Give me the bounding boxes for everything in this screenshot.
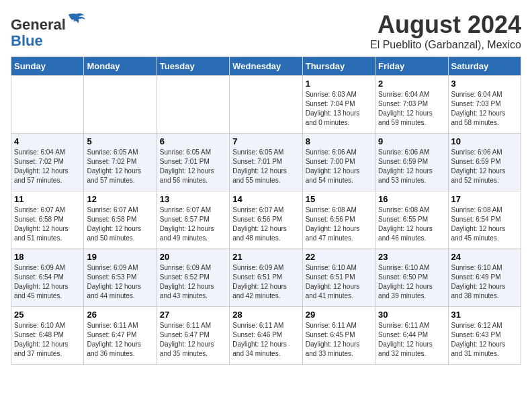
day-info: Sunrise: 6:10 AM Sunset: 6:48 PM Dayligh…: [14, 321, 81, 359]
day-header-thursday: Thursday: [302, 57, 375, 76]
day-number: 11: [14, 194, 81, 204]
day-info: Sunrise: 6:09 AM Sunset: 6:51 PM Dayligh…: [232, 263, 299, 301]
week-row-4: 18Sunrise: 6:09 AM Sunset: 6:54 PM Dayli…: [11, 249, 521, 307]
day-info: Sunrise: 6:06 AM Sunset: 7:00 PM Dayligh…: [306, 148, 372, 185]
day-header-tuesday: Tuesday: [157, 57, 229, 76]
day-info: Sunrise: 6:07 AM Sunset: 6:58 PM Dayligh…: [87, 205, 153, 243]
day-number: 28: [232, 310, 299, 320]
day-info: Sunrise: 6:11 AM Sunset: 6:46 PM Dayligh…: [232, 321, 299, 359]
day-cell: 28Sunrise: 6:11 AM Sunset: 6:46 PM Dayli…: [230, 307, 302, 365]
day-cell: 3Sunrise: 6:04 AM Sunset: 7:03 PM Daylig…: [448, 76, 521, 134]
day-cell: [11, 76, 84, 134]
day-cell: 2Sunrise: 6:04 AM Sunset: 7:03 PM Daylig…: [375, 76, 448, 134]
days-header-row: SundayMondayTuesdayWednesdayThursdayFrid…: [11, 57, 521, 76]
page-header: General Blue August 2024 El Pueblito (Ga…: [11, 11, 521, 51]
day-info: Sunrise: 6:08 AM Sunset: 6:56 PM Dayligh…: [306, 205, 372, 243]
day-number: 26: [87, 310, 153, 320]
day-header-sunday: Sunday: [11, 57, 84, 76]
day-number: 7: [232, 136, 299, 146]
day-cell: [157, 76, 229, 134]
day-number: 24: [451, 252, 518, 262]
day-number: 14: [232, 194, 299, 204]
day-number: 18: [14, 252, 81, 262]
day-info: Sunrise: 6:11 AM Sunset: 6:47 PM Dayligh…: [87, 321, 153, 359]
day-info: Sunrise: 6:07 AM Sunset: 6:57 PM Dayligh…: [160, 205, 226, 243]
logo-general: General: [11, 16, 66, 33]
logo-blue: Blue: [11, 32, 43, 49]
day-cell: 27Sunrise: 6:11 AM Sunset: 6:47 PM Dayli…: [157, 307, 229, 365]
day-info: Sunrise: 6:10 AM Sunset: 6:49 PM Dayligh…: [451, 263, 518, 301]
day-cell: 22Sunrise: 6:10 AM Sunset: 6:51 PM Dayli…: [302, 249, 375, 307]
day-info: Sunrise: 6:05 AM Sunset: 7:01 PM Dayligh…: [160, 148, 226, 185]
day-number: 6: [160, 136, 226, 146]
day-info: Sunrise: 6:07 AM Sunset: 6:56 PM Dayligh…: [232, 205, 299, 243]
day-cell: 17Sunrise: 6:08 AM Sunset: 6:54 PM Dayli…: [448, 191, 521, 249]
day-cell: 21Sunrise: 6:09 AM Sunset: 6:51 PM Dayli…: [230, 249, 302, 307]
day-number: 25: [14, 310, 81, 320]
day-cell: 1Sunrise: 6:03 AM Sunset: 7:04 PM Daylig…: [302, 76, 375, 134]
day-number: 2: [378, 79, 445, 89]
day-number: 10: [451, 136, 518, 146]
day-cell: 11Sunrise: 6:07 AM Sunset: 6:58 PM Dayli…: [11, 191, 84, 249]
day-number: 4: [14, 136, 81, 146]
day-number: 22: [306, 252, 372, 262]
week-row-5: 25Sunrise: 6:10 AM Sunset: 6:48 PM Dayli…: [11, 307, 521, 365]
day-info: Sunrise: 6:08 AM Sunset: 6:55 PM Dayligh…: [378, 205, 445, 243]
day-number: 19: [87, 252, 153, 262]
day-cell: 10Sunrise: 6:06 AM Sunset: 6:59 PM Dayli…: [448, 134, 521, 191]
day-cell: [84, 76, 157, 134]
day-number: 30: [378, 310, 445, 320]
day-cell: 6Sunrise: 6:05 AM Sunset: 7:01 PM Daylig…: [157, 134, 229, 191]
day-info: Sunrise: 6:10 AM Sunset: 6:50 PM Dayligh…: [378, 263, 445, 301]
logo: General Blue: [11, 11, 86, 49]
day-number: 21: [232, 252, 299, 262]
day-number: 9: [378, 136, 445, 146]
week-row-2: 4Sunrise: 6:04 AM Sunset: 7:02 PM Daylig…: [11, 134, 521, 191]
day-number: 5: [87, 136, 153, 146]
day-number: 31: [451, 310, 518, 320]
day-info: Sunrise: 6:09 AM Sunset: 6:53 PM Dayligh…: [87, 263, 153, 301]
day-cell: 16Sunrise: 6:08 AM Sunset: 6:55 PM Dayli…: [375, 191, 448, 249]
day-cell: 24Sunrise: 6:10 AM Sunset: 6:49 PM Dayli…: [448, 249, 521, 307]
day-cell: 7Sunrise: 6:05 AM Sunset: 7:01 PM Daylig…: [230, 134, 302, 191]
day-info: Sunrise: 6:06 AM Sunset: 6:59 PM Dayligh…: [451, 148, 518, 185]
day-cell: 9Sunrise: 6:06 AM Sunset: 6:59 PM Daylig…: [375, 134, 448, 191]
day-number: 17: [451, 194, 518, 204]
day-number: 29: [306, 310, 372, 320]
day-info: Sunrise: 6:05 AM Sunset: 7:01 PM Dayligh…: [232, 148, 299, 185]
day-cell: 18Sunrise: 6:09 AM Sunset: 6:54 PM Dayli…: [11, 249, 84, 307]
day-cell: 19Sunrise: 6:09 AM Sunset: 6:53 PM Dayli…: [84, 249, 157, 307]
day-header-monday: Monday: [84, 57, 157, 76]
day-number: 27: [160, 310, 226, 320]
title-block: August 2024 El Pueblito (Garbanzal), Mex…: [370, 11, 521, 51]
day-info: Sunrise: 6:06 AM Sunset: 6:59 PM Dayligh…: [378, 148, 445, 185]
day-info: Sunrise: 6:03 AM Sunset: 7:04 PM Dayligh…: [306, 90, 372, 128]
day-number: 15: [306, 194, 372, 204]
day-cell: 15Sunrise: 6:08 AM Sunset: 6:56 PM Dayli…: [302, 191, 375, 249]
day-info: Sunrise: 6:11 AM Sunset: 6:45 PM Dayligh…: [306, 321, 372, 359]
day-number: 12: [87, 194, 153, 204]
day-info: Sunrise: 6:04 AM Sunset: 7:03 PM Dayligh…: [378, 90, 445, 128]
day-number: 23: [378, 252, 445, 262]
week-row-1: 1Sunrise: 6:03 AM Sunset: 7:04 PM Daylig…: [11, 76, 521, 134]
day-info: Sunrise: 6:11 AM Sunset: 6:47 PM Dayligh…: [160, 321, 226, 359]
week-row-3: 11Sunrise: 6:07 AM Sunset: 6:58 PM Dayli…: [11, 191, 521, 249]
day-info: Sunrise: 6:09 AM Sunset: 6:52 PM Dayligh…: [160, 263, 226, 301]
day-cell: 20Sunrise: 6:09 AM Sunset: 6:52 PM Dayli…: [157, 249, 229, 307]
main-title: August 2024: [370, 11, 521, 39]
day-info: Sunrise: 6:05 AM Sunset: 7:02 PM Dayligh…: [87, 148, 153, 185]
day-info: Sunrise: 6:10 AM Sunset: 6:51 PM Dayligh…: [306, 263, 372, 301]
day-cell: 23Sunrise: 6:10 AM Sunset: 6:50 PM Dayli…: [375, 249, 448, 307]
subtitle: El Pueblito (Garbanzal), Mexico: [370, 39, 521, 51]
day-cell: 26Sunrise: 6:11 AM Sunset: 6:47 PM Dayli…: [84, 307, 157, 365]
day-cell: 25Sunrise: 6:10 AM Sunset: 6:48 PM Dayli…: [11, 307, 84, 365]
day-number: 16: [378, 194, 445, 204]
day-cell: 29Sunrise: 6:11 AM Sunset: 6:45 PM Dayli…: [302, 307, 375, 365]
day-cell: 8Sunrise: 6:06 AM Sunset: 7:00 PM Daylig…: [302, 134, 375, 191]
day-info: Sunrise: 6:12 AM Sunset: 6:43 PM Dayligh…: [451, 321, 518, 359]
day-number: 8: [306, 136, 372, 146]
day-number: 20: [160, 252, 226, 262]
day-info: Sunrise: 6:08 AM Sunset: 6:54 PM Dayligh…: [451, 205, 518, 243]
day-info: Sunrise: 6:04 AM Sunset: 7:02 PM Dayligh…: [14, 148, 81, 185]
day-number: 1: [306, 79, 372, 89]
